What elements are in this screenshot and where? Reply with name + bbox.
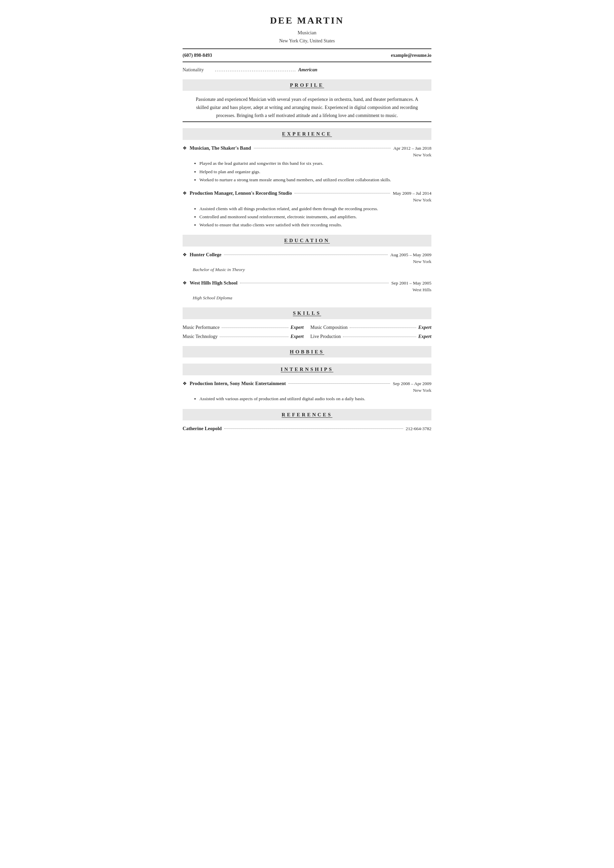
profile-text: Passionate and experienced Musician with… <box>183 96 431 119</box>
ref-phone-1: 212-664-3782 <box>406 425 432 432</box>
profile-section: PROFILE Passionate and experienced Music… <box>183 79 431 122</box>
edu-school-1: Hunter College <box>190 251 221 259</box>
hobbies-title: HOBBIES <box>290 349 324 355</box>
diamond-icon-2: ❖ <box>183 190 187 197</box>
diamond-icon-1: ❖ <box>183 145 187 152</box>
intern-date-1: Sep 2008 – Apr 2009 <box>393 380 431 387</box>
education-item-1: ❖ Hunter College Aug 2005 – May 2009 New… <box>183 251 431 273</box>
skill-row-2: Music Composition Expert <box>310 324 431 331</box>
exp-bullet-2-2: Controlled and monitored sound reinforce… <box>199 213 431 221</box>
edu-date-2: Sep 2001 – May 2005 <box>391 280 431 287</box>
exp-dots-1 <box>254 148 391 148</box>
skill-name-4: Live Production <box>310 333 341 340</box>
education-item-2: ❖ West Hills High School Sep 2001 – May … <box>183 279 431 302</box>
intern-bullet-1-1: Assisted with various aspects of product… <box>199 395 431 403</box>
skill-level-2: Expert <box>418 324 431 331</box>
edu-location-2: West Hills <box>391 287 431 293</box>
edu-title-left-2: ❖ West Hills High School <box>183 279 391 287</box>
skill-row-4: Live Production Expert <box>310 333 431 340</box>
experience-title: EXPERIENCE <box>282 131 332 136</box>
edu-title-row-1: ❖ Hunter College Aug 2005 – May 2009 New… <box>183 251 431 265</box>
edu-title-row-2: ❖ West Hills High School Sep 2001 – May … <box>183 279 431 294</box>
hobbies-section: HOBBIES <box>183 346 431 358</box>
skills-section: SKILLS Music Performance Expert Music Co… <box>183 307 431 340</box>
skill-dots-1 <box>222 327 288 328</box>
exp-bullet-2-3: Worked to ensure that studio clients wer… <box>199 221 431 229</box>
exp-job-title-2: Production Manager, Lennon's Recording S… <box>190 190 292 197</box>
skill-row-1: Music Performance Expert <box>183 324 304 331</box>
intern-location-1: New York <box>393 387 431 394</box>
edu-school-2: West Hills High School <box>190 279 237 287</box>
profile-divider <box>183 121 431 122</box>
exp-title-row-2: ❖ Production Manager, Lennon's Recording… <box>183 190 431 204</box>
ref-dots-1 <box>224 428 403 429</box>
profile-title: PROFILE <box>290 82 324 88</box>
skill-level-3: Expert <box>290 333 304 340</box>
skill-name-3: Music Technology <box>183 333 217 340</box>
skills-section-header: SKILLS <box>183 307 431 319</box>
exp-bullet-1-2: Helped to plan and organize gigs. <box>199 168 431 175</box>
exp-bullet-2-1: Assisted clients with all things product… <box>199 205 431 212</box>
edu-location-1: New York <box>391 258 431 265</box>
exp-dots-2 <box>295 193 390 194</box>
intern-dots-1 <box>288 383 390 384</box>
skill-name-2: Music Composition <box>310 324 348 331</box>
intern-title-left-1: ❖ Production Intern, Sony Music Entertai… <box>183 380 393 388</box>
education-section-header: EDUCATION <box>183 235 431 246</box>
ref-name-row-1: Catherine Leopold 212-664-3782 <box>183 425 431 432</box>
edu-date-location-1: Aug 2005 – May 2009 New York <box>391 251 431 265</box>
exp-title-left-1: ❖ Musician, The Shaker's Band <box>183 145 394 152</box>
education-title: EDUCATION <box>284 238 330 243</box>
exp-date-location-2: May 2009 – Jul 2014 New York <box>393 190 431 204</box>
candidate-name: DEE MARTIN <box>183 14 431 28</box>
exp-title-row-1: ❖ Musician, The Shaker's Band Apr 2012 –… <box>183 145 431 159</box>
candidate-location: New York City, United States <box>183 37 431 44</box>
diamond-icon-intern-1: ❖ <box>183 380 187 387</box>
exp-job-title-1: Musician, The Shaker's Band <box>190 145 251 152</box>
skills-grid: Music Performance Expert Music Compositi… <box>183 324 431 340</box>
internships-section: INTERNSHIPS ❖ Production Intern, Sony Mu… <box>183 364 431 403</box>
intern-title-row-1: ❖ Production Intern, Sony Music Entertai… <box>183 380 431 394</box>
exp-bullet-1-3: Worked to nurture a strong team morale a… <box>199 176 431 184</box>
nationality-label: Nationality <box>183 66 213 73</box>
experience-section-header: EXPERIENCE <box>183 128 431 140</box>
ref-name-1: Catherine Leopold <box>183 425 222 432</box>
edu-date-1: Aug 2005 – May 2009 <box>391 251 431 258</box>
edu-dots-2 <box>240 283 389 283</box>
exp-date-2: May 2009 – Jul 2014 <box>393 190 431 197</box>
references-section-header: REFERENCES <box>183 409 431 421</box>
intern-job-title-1: Production Intern, Sony Music Entertainm… <box>190 380 286 388</box>
exp-location-2: New York <box>393 197 431 203</box>
references-section: REFERENCES Catherine Leopold 212-664-378… <box>183 409 431 432</box>
edu-date-location-2: Sep 2001 – May 2005 West Hills <box>391 280 431 294</box>
hobbies-section-header: HOBBIES <box>183 346 431 358</box>
nationality-row: Nationality ............................… <box>183 66 431 73</box>
skills-title: SKILLS <box>293 310 321 316</box>
nationality-value: American <box>298 66 318 73</box>
skill-row-3: Music Technology Expert <box>183 333 304 340</box>
internship-item-1: ❖ Production Intern, Sony Music Entertai… <box>183 380 431 403</box>
edu-title-left-1: ❖ Hunter College <box>183 251 391 259</box>
resume-page: DEE MARTIN Musician New York City, Unite… <box>163 0 451 459</box>
edu-degree-1: Bachelor of Music in Theory <box>193 267 431 273</box>
exp-title-left-2: ❖ Production Manager, Lennon's Recording… <box>183 190 393 197</box>
edu-degree-2: High School Diploma <box>193 294 431 301</box>
exp-date-1: Apr 2012 – Jan 2018 <box>394 145 431 152</box>
skill-dots-3 <box>220 336 288 337</box>
email-address: example@resume.io <box>391 52 431 59</box>
intern-date-location-1: Sep 2008 – Apr 2009 New York <box>393 380 431 394</box>
skill-name-1: Music Performance <box>183 324 220 331</box>
exp-date-location-1: Apr 2012 – Jan 2018 New York <box>394 145 431 159</box>
contact-bar: (607) 898-8493 example@resume.io <box>183 48 431 62</box>
diamond-icon-edu-2: ❖ <box>183 279 187 287</box>
exp-location-1: New York <box>394 152 431 158</box>
candidate-title: Musician <box>183 29 431 37</box>
exp-bullets-2: Assisted clients with all things product… <box>199 205 431 229</box>
skill-dots-4 <box>343 336 417 337</box>
exp-bullets-1: Played as the lead guitarist and songwri… <box>199 160 431 184</box>
profile-section-header: PROFILE <box>183 79 431 91</box>
exp-bullet-1-1: Played as the lead guitarist and songwri… <box>199 160 431 167</box>
education-section: EDUCATION ❖ Hunter College Aug 2005 – Ma… <box>183 235 431 301</box>
diamond-icon-edu-1: ❖ <box>183 251 187 258</box>
internships-section-header: INTERNSHIPS <box>183 364 431 375</box>
